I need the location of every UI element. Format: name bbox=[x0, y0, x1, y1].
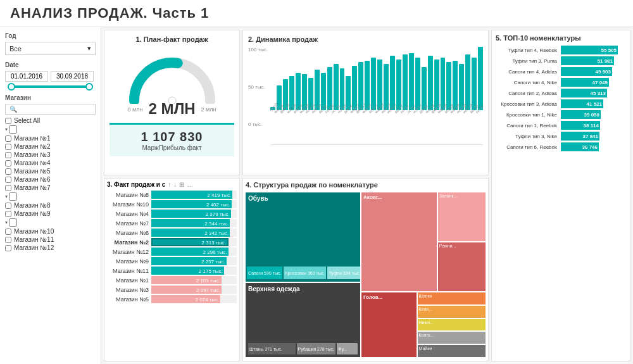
hbar-value: 2 342 тыс. bbox=[204, 230, 229, 235]
search-icon: 🔍 bbox=[9, 106, 17, 113]
bar bbox=[334, 64, 339, 110]
hbar-fill: 2 175 тыс. bbox=[151, 267, 224, 275]
treemap-cell-hats: Шапки bbox=[418, 292, 486, 304]
store-item-10[interactable]: Магазин №10 bbox=[5, 228, 96, 235]
top10-bar: 37 841 bbox=[561, 132, 599, 141]
treemap-cell-clothing: Верхняя одежда Штаны 371 тыс. Рубашки 27… bbox=[246, 283, 360, 357]
expand-icon[interactable]: ▾ bbox=[5, 127, 8, 132]
treemap-subcell-shoes: Туфли 334 тыс. bbox=[327, 267, 360, 279]
bar-column: мар'18 bbox=[441, 58, 446, 127]
hbar-label: Магазин №10 bbox=[107, 201, 151, 208]
date-to[interactable]: 30.09.2018 bbox=[51, 71, 94, 82]
top10-bar: 36 746 bbox=[561, 142, 599, 151]
filter-icon[interactable]: ⊞ bbox=[179, 181, 184, 188]
top10-item-name: Туфли тип 3, Puma bbox=[496, 58, 559, 64]
hbar-value: 2 344 тыс. bbox=[204, 220, 229, 226]
bar bbox=[478, 47, 483, 110]
hbar-value: 2 257 тыс. bbox=[201, 258, 225, 264]
hbar-track: 2 257 тыс. bbox=[151, 257, 237, 265]
bar bbox=[371, 58, 376, 110]
bar bbox=[390, 56, 395, 110]
y-label-50: 50 тыс. bbox=[248, 84, 268, 90]
store-item-9[interactable]: Магазин №9 bbox=[5, 210, 96, 217]
select-all-item[interactable]: Select All bbox=[5, 117, 96, 124]
hbar-track: 2 419 тыс. bbox=[151, 191, 237, 199]
store-item-11[interactable]: Магазин №11 bbox=[5, 236, 96, 243]
hbar-row: Магазин №92 257 тыс. bbox=[107, 257, 237, 265]
store-item-6[interactable]: Магазин №6 bbox=[5, 176, 96, 183]
expand-icon-2[interactable]: ▾ bbox=[5, 194, 8, 199]
group1-checkbox[interactable] bbox=[9, 125, 17, 134]
store-item-7[interactable]: Магазин №7 bbox=[5, 184, 96, 191]
top10-bar: 39 050 bbox=[561, 110, 601, 119]
more-icon[interactable]: … bbox=[187, 181, 193, 188]
date-from[interactable]: 01.01.2016 bbox=[5, 71, 48, 82]
top10-value: 36 746 bbox=[582, 144, 598, 150]
store-item-1[interactable]: Магазин №1 bbox=[5, 135, 96, 142]
top10-value: 45 313 bbox=[591, 91, 606, 96]
slider-thumb-right[interactable] bbox=[85, 83, 93, 91]
top10-bar: 47 049 bbox=[561, 78, 609, 87]
hbar-label: Магазин №9 bbox=[107, 258, 151, 265]
store-item-2[interactable]: Магазин №2 bbox=[5, 143, 96, 150]
hbar-value: 2 402 тыс. bbox=[206, 201, 230, 207]
treemap-cell-headwear: Голов... bbox=[361, 292, 417, 357]
store-search-input[interactable] bbox=[20, 106, 91, 113]
expand-icon-3[interactable]: ▾ bbox=[5, 220, 8, 225]
treemap-cell-underwear: Нижн... bbox=[418, 319, 486, 331]
top10-item-name: Сапоги тип 4, Adidas bbox=[496, 69, 559, 75]
top10-item-name: Кроссовки тип 1, Nike bbox=[496, 112, 559, 118]
gauge-number: 1 107 830 bbox=[115, 130, 229, 144]
hbar-track: 2 074 тыс. bbox=[151, 295, 237, 303]
group3-checkbox[interactable] bbox=[9, 218, 17, 227]
group2-header: ▾ bbox=[5, 192, 96, 201]
hbar-fill: 2 257 тыс. bbox=[151, 257, 227, 265]
hbar-row: Магазин №72 344 тыс. bbox=[107, 219, 237, 227]
store-item-12[interactable]: Магазин №12 bbox=[5, 244, 96, 251]
panel-top10: 5. ТОП-10 номенклатуры Туфли тип 4, Reeb… bbox=[491, 30, 630, 361]
hbar-track: 2 103 тыс. bbox=[151, 276, 237, 284]
store-item-4[interactable]: Магазин №4 bbox=[5, 160, 96, 166]
panel-fact-sales: 3. Факт продаж и с ↑ ↓ ⊞ … Магазин №82 4… bbox=[104, 178, 240, 361]
hbar-track: 2 342 тыс. bbox=[151, 229, 237, 237]
gauge-min-label: 0 млн bbox=[128, 106, 143, 113]
slider-thumb-left[interactable] bbox=[8, 83, 15, 91]
hbar-track: 2 402 тыс. bbox=[151, 200, 237, 208]
date-filter: Date 01.01.2016 30.09.2018 bbox=[5, 61, 96, 88]
year-filter: Год Все ▾ bbox=[5, 32, 96, 55]
select-all-checkbox[interactable] bbox=[5, 118, 11, 124]
y-label-100: 100 тыс. bbox=[248, 47, 268, 53]
hbar-label: Магазин №7 bbox=[107, 220, 151, 227]
bar bbox=[441, 58, 446, 110]
bar bbox=[428, 56, 433, 110]
top10-item-name: Туфли тип 3, Nike bbox=[496, 134, 559, 139]
panel4-title: 4. Структура продаж по номенклатуре bbox=[246, 181, 486, 189]
hbar-label: Магазин №12 bbox=[107, 249, 151, 255]
group2-checkbox[interactable] bbox=[9, 192, 17, 201]
top10-row: Сапоги тип 4, Nike47 049 bbox=[496, 78, 626, 87]
top10-value: 41 521 bbox=[587, 101, 602, 107]
sort-up-icon[interactable]: ↑ bbox=[168, 181, 171, 188]
treemap-subcell-sneakers: Кроссовки 360 тыс. bbox=[284, 267, 326, 279]
treemap-row-accessories: Аксес... Запонк... Ремни... bbox=[361, 192, 486, 291]
group3-header: ▾ bbox=[5, 218, 96, 227]
sort-down-icon[interactable]: ↓ bbox=[173, 181, 177, 188]
store-item-3[interactable]: Магазин №3 bbox=[5, 151, 96, 158]
store-search-box[interactable]: 🔍 bbox=[5, 104, 96, 115]
top10-item-name: Сапоги тип 6, Reebok bbox=[496, 144, 559, 150]
treemap-row-hats: Голов... Шапки Кепи... Нижн... Колго... … bbox=[361, 292, 486, 357]
top10-row: Сапоги тип 4, Adidas49 903 bbox=[496, 67, 626, 76]
store-item-5[interactable]: Магазин №5 bbox=[5, 168, 96, 175]
hbar-row: Магазин №102 402 тыс. bbox=[107, 200, 237, 208]
treemap-subcell-fu: Фу... bbox=[337, 343, 358, 355]
hbar-value: 2 097 тыс. bbox=[196, 287, 220, 292]
top10-row: Туфли тип 3, Nike37 841 bbox=[496, 132, 626, 141]
chevron-down-icon: ▾ bbox=[87, 44, 91, 53]
store-item-8[interactable]: Магазин №8 bbox=[5, 202, 96, 209]
date-slider-track bbox=[8, 85, 93, 88]
hbar-row: Магазин №32 097 тыс. bbox=[107, 286, 237, 294]
hbar-value: 2 074 тыс. bbox=[195, 296, 219, 302]
year-dropdown[interactable]: Все ▾ bbox=[5, 42, 96, 55]
top10-item-name: Туфли тип 4, Reebok bbox=[496, 47, 559, 53]
slider-fill bbox=[8, 85, 93, 88]
